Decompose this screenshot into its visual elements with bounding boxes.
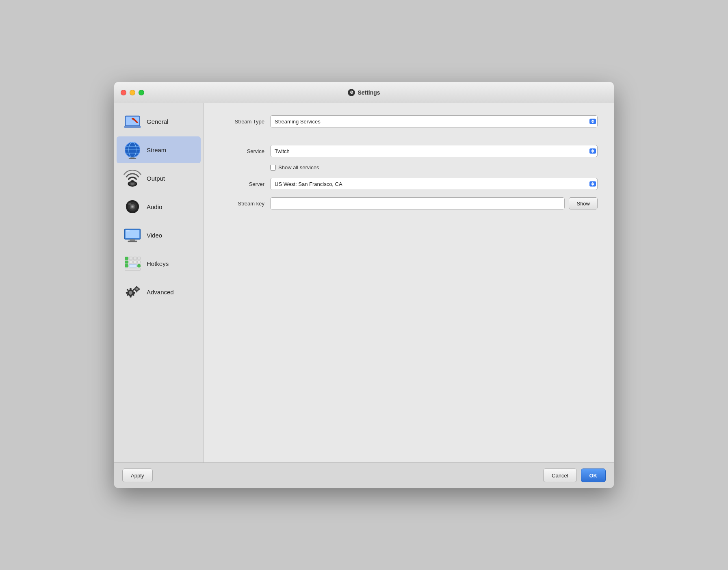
window-controls [121,90,144,95]
svg-rect-44 [126,292,128,294]
svg-rect-27 [126,231,130,231]
advanced-icon [123,283,142,301]
svg-rect-26 [128,241,137,242]
sidebar-item-label-audio: Audio [147,203,162,210]
settings-icon: ⚙ [348,89,355,96]
server-select-wrap: US West: San Francisco, CA [270,178,598,190]
sidebar-item-label-general: General [147,118,168,125]
sidebar-item-output[interactable]: Output [117,165,201,192]
stream-type-select-wrap: Streaming Services [270,115,598,127]
svg-rect-34 [133,261,136,263]
footer: Apply Cancel OK [114,462,614,488]
svg-rect-55 [139,288,140,289]
svg-rect-33 [129,261,132,263]
svg-rect-38 [138,264,141,267]
output-icon [123,169,142,188]
svg-rect-2 [124,126,141,128]
stream-key-input[interactable] [270,197,565,209]
svg-point-22 [128,203,131,205]
settings-window: ⚙ Settings Gene [114,82,614,488]
service-control: Twitch [270,145,598,157]
svg-point-21 [132,206,133,207]
server-control: US West: San Francisco, CA [270,178,598,190]
svg-rect-43 [130,296,132,298]
sidebar-item-label-output: Output [147,175,165,182]
svg-rect-52 [136,286,137,287]
svg-rect-31 [138,257,141,260]
service-row: Service Twitch [220,145,598,157]
svg-rect-37 [129,264,136,267]
cancel-button[interactable]: Cancel [543,469,576,482]
svg-point-16 [130,183,134,185]
apply-button[interactable]: Apply [122,469,153,482]
sidebar-item-stream[interactable]: Stream [117,136,201,163]
svg-rect-12 [129,158,136,159]
svg-rect-28 [125,257,128,260]
show-all-services-row: Show all services [270,164,598,171]
close-button[interactable] [121,90,126,95]
show-all-services-checkbox[interactable] [270,165,276,171]
svg-rect-53 [136,291,137,292]
sidebar: General [114,103,204,462]
titlebar: ⚙ Settings [114,82,614,103]
stream-icon [123,140,142,159]
maximize-button[interactable] [139,90,144,95]
audio-icon [123,197,142,216]
main-content-area: General [114,103,614,462]
sidebar-item-video[interactable]: Video [117,222,201,248]
stream-type-control: Streaming Services [270,115,598,127]
divider-1 [220,135,598,135]
stream-type-row: Stream Type Streaming Services [220,115,598,127]
svg-rect-35 [138,261,141,263]
sidebar-item-label-stream: Stream [147,147,166,153]
sidebar-item-label-advanced: Advanced [147,289,174,296]
svg-rect-30 [133,257,136,260]
service-select[interactable]: Twitch [270,145,598,157]
svg-rect-36 [125,264,128,267]
server-select[interactable]: US West: San Francisco, CA [270,178,598,190]
hotkeys-icon [123,254,142,273]
video-icon [123,226,142,244]
svg-rect-54 [134,288,135,289]
svg-rect-46 [126,289,128,291]
show-key-button[interactable]: Show [569,197,598,209]
sidebar-item-general[interactable]: General [117,108,201,135]
svg-rect-29 [129,257,132,260]
svg-point-51 [135,288,138,290]
ok-button[interactable]: OK [581,469,606,482]
stream-key-row: Stream key Show [220,197,598,209]
main-panel: Stream Type Streaming Services [204,103,614,462]
general-icon [123,112,142,131]
server-label: Server [220,181,264,187]
minimize-button[interactable] [130,90,135,95]
footer-left: Apply [122,469,153,482]
stream-key-control: Show [270,197,598,209]
server-row: Server US West: San Francisco, CA [220,178,598,190]
service-label: Service [220,148,264,154]
sidebar-item-label-hotkeys: Hotkeys [147,260,169,267]
stream-key-label: Stream key [220,201,264,207]
svg-rect-39 [125,268,141,271]
sidebar-item-hotkeys[interactable]: Hotkeys [117,250,201,277]
svg-point-41 [129,291,132,295]
stream-type-label: Stream Type [220,119,264,125]
sidebar-item-audio[interactable]: Audio [117,193,201,220]
service-select-wrap: Twitch [270,145,598,157]
window-title: ⚙ Settings [348,89,380,96]
footer-right: Cancel OK [543,469,606,482]
svg-rect-42 [130,288,132,290]
svg-rect-45 [133,292,135,294]
stream-type-select[interactable]: Streaming Services [270,115,598,127]
sidebar-item-advanced[interactable]: Advanced [117,279,201,305]
svg-rect-32 [125,261,128,263]
sidebar-item-label-video: Video [147,232,162,239]
show-all-services-label: Show all services [278,164,319,171]
